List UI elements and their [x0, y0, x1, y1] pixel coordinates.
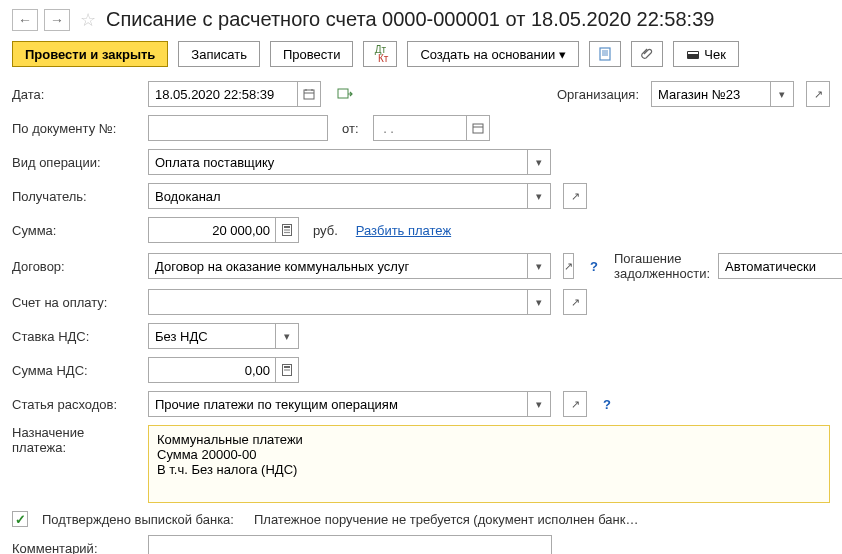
expense-item-dropdown-button[interactable]: ▾: [527, 391, 551, 417]
svg-point-17: [288, 229, 290, 231]
open-icon: ↗: [571, 190, 580, 203]
chevron-down-icon: ▾: [536, 156, 542, 169]
sync-icon[interactable]: [337, 87, 353, 101]
svg-point-25: [288, 369, 290, 371]
svg-rect-11: [473, 124, 483, 133]
vat-rate-input[interactable]: [148, 323, 276, 349]
dt-kt-button[interactable]: Дт Кт: [363, 41, 397, 67]
expense-item-help-icon[interactable]: ?: [603, 397, 611, 412]
svg-point-15: [284, 229, 286, 231]
vat-rate-label: Ставка НДС:: [12, 329, 140, 344]
cheque-label: Чек: [704, 47, 726, 62]
open-icon: ↗: [564, 260, 573, 273]
comment-label: Комментарий:: [12, 541, 140, 555]
recipient-open-button[interactable]: ↗: [563, 183, 587, 209]
contract-label: Договор:: [12, 259, 140, 274]
svg-rect-0: [600, 48, 610, 60]
open-icon: ↗: [571, 296, 580, 309]
vat-amount-input[interactable]: [148, 357, 276, 383]
contract-input[interactable]: [148, 253, 528, 279]
calendar-icon: [472, 122, 484, 134]
save-button[interactable]: Записать: [178, 41, 260, 67]
header-bar: ← → ☆ Списание с расчетного счета 0000-0…: [12, 8, 830, 31]
invoice-dropdown-button[interactable]: ▾: [527, 289, 551, 315]
operation-type-dropdown-button[interactable]: ▾: [527, 149, 551, 175]
document-icon: [598, 47, 612, 61]
recipient-label: Получатель:: [12, 189, 140, 204]
doc-date-calendar-button[interactable]: [466, 115, 490, 141]
svg-point-16: [286, 229, 288, 231]
cheque-icon: [686, 47, 700, 61]
debt-repay-input[interactable]: [718, 253, 842, 279]
attach-button[interactable]: [631, 41, 663, 67]
create-based-label: Создать на основании: [420, 47, 555, 62]
confirmed-checkbox[interactable]: ✓: [12, 511, 28, 527]
recipient-dropdown-button[interactable]: ▾: [527, 183, 551, 209]
svg-rect-10: [338, 89, 348, 98]
doc-number-label: По документу №:: [12, 121, 140, 136]
invoice-open-button[interactable]: ↗: [563, 289, 587, 315]
contract-dropdown-button[interactable]: ▾: [527, 253, 551, 279]
toolbar: Провести и закрыть Записать Провести Дт …: [12, 41, 830, 67]
post-and-close-button[interactable]: Провести и закрыть: [12, 41, 168, 67]
chevron-down-icon: ▾: [536, 296, 542, 309]
split-payment-link[interactable]: Разбить платеж: [356, 223, 451, 238]
post-button[interactable]: Провести: [270, 41, 354, 67]
chevron-down-icon: ▾: [536, 398, 542, 411]
open-icon: ↗: [571, 398, 580, 411]
svg-point-20: [288, 232, 290, 234]
svg-rect-22: [284, 366, 290, 368]
calendar-button[interactable]: [297, 81, 321, 107]
svg-point-19: [286, 232, 288, 234]
vat-amount-calc-button[interactable]: [275, 357, 299, 383]
organization-label: Организация:: [557, 87, 639, 102]
amount-input[interactable]: [148, 217, 276, 243]
comment-input[interactable]: [148, 535, 552, 554]
amount-label: Сумма:: [12, 223, 140, 238]
create-based-on-button[interactable]: Создать на основании ▾: [407, 41, 579, 67]
contract-open-button[interactable]: ↗: [563, 253, 574, 279]
invoice-input[interactable]: [148, 289, 528, 315]
vat-rate-dropdown-button[interactable]: ▾: [275, 323, 299, 349]
operation-type-label: Вид операции:: [12, 155, 140, 170]
checkmark-icon: ✓: [15, 512, 26, 527]
page-title: Списание с расчетного счета 0000-000001 …: [106, 8, 714, 31]
calculator-icon: [282, 224, 292, 236]
svg-point-24: [286, 369, 288, 371]
cheque-button[interactable]: Чек: [673, 41, 739, 67]
recipient-input[interactable]: [148, 183, 528, 209]
calculator-icon: [282, 364, 292, 376]
from-label: от:: [342, 121, 359, 136]
print-button[interactable]: [589, 41, 621, 67]
doc-date-input[interactable]: [373, 115, 467, 141]
dt-kt-icon: Дт Кт: [372, 45, 388, 63]
organization-dropdown-button[interactable]: ▾: [770, 81, 794, 107]
currency-label: руб.: [313, 223, 338, 238]
date-input[interactable]: [148, 81, 298, 107]
expense-item-input[interactable]: [148, 391, 528, 417]
confirmed-label: Подтверждено выпиской банка:: [42, 512, 234, 527]
paperclip-icon: [640, 47, 654, 61]
organization-input[interactable]: [651, 81, 771, 107]
invoice-label: Счет на оплату:: [12, 295, 140, 310]
expense-item-label: Статья расходов:: [12, 397, 140, 412]
forward-button[interactable]: →: [44, 9, 70, 31]
chevron-down-icon: ▾: [284, 330, 290, 343]
chevron-down-icon: ▾: [536, 260, 542, 273]
payment-order-note: Платежное поручение не требуется (докуме…: [254, 512, 638, 527]
back-button[interactable]: ←: [12, 9, 38, 31]
svg-rect-14: [284, 226, 290, 228]
organization-open-button[interactable]: ↗: [806, 81, 830, 107]
doc-number-input[interactable]: [148, 115, 328, 141]
svg-point-18: [284, 232, 286, 234]
contract-help-icon[interactable]: ?: [590, 259, 598, 274]
expense-item-open-button[interactable]: ↗: [563, 391, 587, 417]
amount-calc-button[interactable]: [275, 217, 299, 243]
open-icon: ↗: [814, 88, 823, 101]
date-label: Дата:: [12, 87, 140, 102]
favorite-star-icon[interactable]: ☆: [80, 9, 96, 31]
chevron-down-icon: ▾: [559, 47, 566, 62]
payment-purpose-textarea[interactable]: [148, 425, 830, 503]
chevron-down-icon: ▾: [536, 190, 542, 203]
operation-type-input[interactable]: [148, 149, 528, 175]
